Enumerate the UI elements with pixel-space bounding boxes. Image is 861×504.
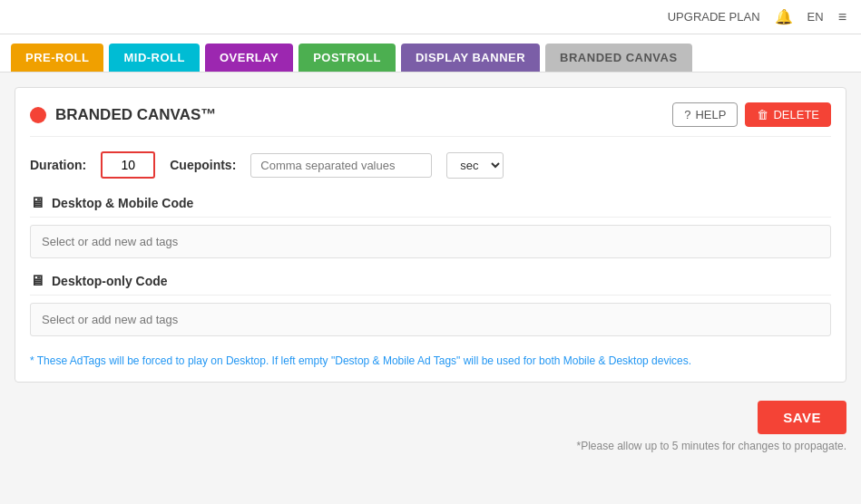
tab-midroll[interactable]: MID-ROLL — [109, 44, 200, 72]
bell-icon[interactable]: 🔔 — [775, 8, 793, 25]
cuepoints-label: Cuepoints: — [170, 158, 236, 172]
main-content: BRANDED CANVAS™ ? HELP 🗑 DELETE Duration… — [0, 73, 861, 467]
tab-bar: PRE-ROLL MID-ROLL OVERLAY POSTROLL DISPL… — [0, 34, 861, 73]
panel-header: BRANDED CANVAS™ ? HELP 🗑 DELETE — [30, 102, 831, 137]
delete-button[interactable]: 🗑 DELETE — [745, 102, 831, 127]
help-button[interactable]: ? HELP — [672, 102, 738, 127]
cuepoints-input[interactable] — [250, 153, 432, 178]
save-area: SAVE *Please allow up to 5 minutes for c… — [15, 401, 846, 452]
panel-title: BRANDED CANVAS™ — [30, 106, 216, 124]
help-icon: ? — [684, 108, 690, 121]
tab-postroll[interactable]: POSTROLL — [298, 44, 396, 72]
upgrade-plan-link[interactable]: UPGRADE PLAN — [668, 10, 760, 24]
desktop-only-ad-tag-input[interactable] — [30, 303, 831, 336]
tab-brandedcanvas[interactable]: BRANDED CANVAS — [545, 44, 692, 72]
tab-overlay[interactable]: OVERLAY — [205, 44, 293, 72]
save-button[interactable]: SAVE — [758, 401, 846, 434]
sec-select[interactable]: sec min — [446, 152, 504, 179]
desktop-mobile-ad-tag-input[interactable] — [30, 225, 831, 258]
desktop-mobile-section-label: 🖥 Desktop & Mobile Code — [30, 195, 831, 218]
duration-input[interactable] — [101, 151, 155, 179]
panel-header-actions: ? HELP 🗑 DELETE — [672, 102, 831, 127]
duration-row: Duration: Cuepoints: sec min — [30, 151, 831, 179]
top-bar: UPGRADE PLAN 🔔 EN ≡ — [0, 0, 861, 34]
panel: BRANDED CANVAS™ ? HELP 🗑 DELETE Duration… — [15, 87, 846, 383]
menu-icon[interactable]: ≡ — [838, 9, 846, 25]
panel-title-text: BRANDED CANVAS™ — [55, 106, 216, 124]
tab-preroll[interactable]: PRE-ROLL — [11, 44, 103, 72]
tab-displaybanner[interactable]: DISPLAY BANNER — [401, 44, 540, 72]
trash-icon: 🗑 — [757, 108, 768, 121]
title-dot — [30, 107, 46, 123]
language-selector[interactable]: EN — [807, 10, 824, 24]
desktop-monitor-icon: 🖥 — [30, 273, 44, 289]
desktop-only-section-label: 🖥 Desktop-only Code — [30, 273, 831, 296]
duration-label: Duration: — [30, 158, 86, 172]
note-text: * These AdTags will be forced to play on… — [30, 354, 831, 367]
monitor-icon: 🖥 — [30, 195, 44, 211]
save-note: *Please allow up to 5 minutes for change… — [576, 440, 846, 452]
